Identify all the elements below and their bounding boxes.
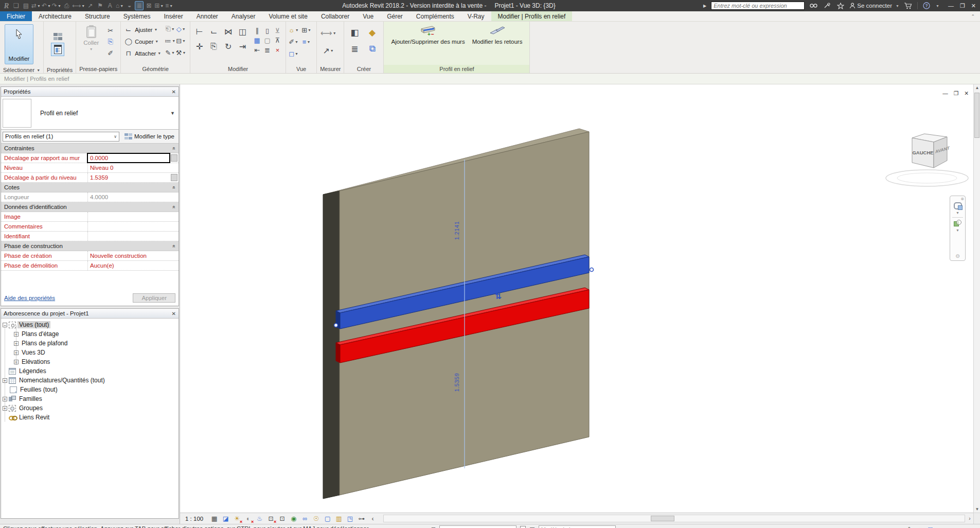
array-icon[interactable]: ▦ [252, 36, 262, 45]
editable-only-checkbox[interactable] [520, 526, 526, 528]
search-expand-icon[interactable]: ▶ [703, 4, 706, 8]
worksets-icon[interactable]: ⊞ [431, 525, 436, 528]
worksharing-display-icon[interactable]: ▥ [334, 514, 343, 523]
edit-type-button[interactable]: Modifier le type [122, 131, 177, 142]
show-crop-region-icon[interactable]: ⊡ [278, 514, 287, 523]
design-options-icon[interactable]: ▣ [529, 525, 534, 528]
ribbon-tab[interactable]: Annoter [190, 11, 225, 21]
ribbon-tab[interactable]: Volume et site [262, 11, 314, 21]
default-3d-view-icon[interactable]: ⌂▼ [115, 1, 124, 10]
property-value[interactable] [87, 222, 170, 231]
legend-component-icon[interactable]: ◧ [347, 25, 362, 40]
tree-expander-icon[interactable] [3, 406, 7, 411]
orientation-lock-icon[interactable]: ◉ [289, 514, 298, 523]
property-value[interactable]: Aucun(e) [87, 261, 170, 270]
chevron-down-icon[interactable]: ▼ [170, 111, 179, 116]
create-parts-icon[interactable]: ⧉ [364, 42, 380, 56]
beam-systems-icon[interactable]: ≔▼ [165, 36, 175, 45]
help-icon[interactable]: ? [922, 2, 931, 10]
associate-parameter-button[interactable] [171, 174, 177, 181]
dimension-upper[interactable]: 1.2141 [454, 221, 460, 240]
dropdown-caret-icon[interactable]: ▼ [154, 28, 157, 31]
edit-profile-icon[interactable]: ✎▼ [165, 48, 175, 57]
open-icon[interactable]: ❏▼ [12, 1, 21, 10]
section-collapse-icon[interactable]: » [171, 147, 177, 150]
match-type-icon[interactable]: ✐ [105, 48, 115, 58]
property-row[interactable]: Contraintes » [1, 144, 179, 153]
chevron-down-icon[interactable]: ▼ [956, 211, 959, 215]
shadows-icon[interactable]: ◐ [244, 514, 253, 523]
sun-path-icon[interactable]: ☀ [233, 514, 241, 523]
sign-in-button[interactable]: Se connecter ▼ [849, 3, 899, 9]
ribbon-tab[interactable]: Compléments [409, 11, 461, 21]
align-icon[interactable]: ⊢ [193, 25, 206, 38]
ribbon-tab[interactable]: Gérer [380, 11, 409, 21]
properties-button[interactable] [47, 24, 68, 64]
navbar-close-icon[interactable]: ⊗ [960, 197, 964, 201]
tree-expander-icon[interactable] [3, 378, 7, 383]
show-related-icon[interactable]: ◇▼ [176, 24, 186, 33]
status-select-box-icon[interactable]: ▭ [939, 525, 944, 528]
tree-item[interactable]: Vues (tout) [1, 320, 179, 329]
minimize-button[interactable]: — [948, 3, 954, 9]
paste-button[interactable]: Coller ▼ [79, 23, 103, 63]
tree-expander-icon[interactable] [14, 341, 19, 346]
cope-icon[interactable]: ⌙ Ajuster ▼ [123, 24, 161, 35]
crop-view-icon[interactable]: ⊡ [266, 514, 275, 523]
multi-align-icon[interactable]: ≣ [262, 45, 272, 55]
section-icon[interactable]: ◒▼ [125, 1, 134, 10]
app-store-cart-icon[interactable] [904, 2, 913, 10]
reveal-hidden-elements-icon[interactable]: ☉ [312, 514, 320, 523]
steering-wheel-icon[interactable] [954, 202, 962, 209]
properties-palette-header[interactable]: Propriétés ✕ [1, 87, 179, 97]
tree-expander-icon[interactable] [14, 332, 19, 337]
property-row[interactable]: Phase de démolition Aucun(e) » [1, 261, 179, 271]
visual-style-icon[interactable]: ◪ [221, 514, 230, 523]
view-restore-button[interactable]: ❐ [954, 90, 958, 96]
status-filter-icon[interactable]: ▽ [928, 525, 932, 528]
split-element-icon[interactable]: ∥ [252, 26, 262, 35]
property-value[interactable] [87, 212, 170, 221]
create-similar-icon[interactable]: ◆ [364, 25, 380, 40]
tree-item[interactable]: Plans de plafond [1, 339, 179, 348]
measure-between-refs-icon[interactable]: ↗▼ [319, 44, 337, 57]
camera-view-icon[interactable]: ⊞▼ [301, 25, 311, 34]
measure-ruler-icon[interactable]: ⟷▼ [319, 26, 337, 40]
property-row[interactable]: Identifiant » [1, 232, 179, 241]
delete-icon[interactable]: × [273, 45, 282, 55]
property-row[interactable]: Données d'identification » [1, 202, 179, 212]
scroll-up-icon[interactable]: ▲ [974, 85, 980, 90]
status-exclude-icon[interactable]: × [919, 525, 922, 528]
help-caret-icon[interactable]: ▼ [936, 4, 939, 8]
ribbon-tab[interactable]: Structure [78, 11, 117, 21]
undo-icon[interactable]: ↶▼ [42, 1, 51, 10]
ribbon-tab[interactable]: Systèmes [117, 11, 157, 21]
modify-button[interactable]: Modifier [5, 24, 33, 64]
unjoin-icon[interactable]: ⊟▼ [176, 36, 186, 45]
zoom-tool-icon[interactable] [954, 220, 961, 227]
modify-returns-button[interactable]: Modifier les retours [472, 24, 523, 45]
temporary-hide-isolate-icon[interactable]: ∞ [300, 514, 309, 523]
property-row[interactable]: Décalage à partir du niveau 1.5359 » [1, 173, 179, 183]
rotate-icon[interactable]: ↻ [222, 40, 235, 52]
mirror-draw-axis-icon[interactable]: ◫ [236, 25, 249, 38]
view-minimize-button[interactable]: — [942, 90, 948, 96]
paste-aligned-icon[interactable]: ⎗▼ [165, 24, 175, 33]
tree-item[interactable]: Familles [1, 394, 179, 403]
vertical-scroll-thumb[interactable] [974, 93, 979, 138]
communication-center-icon[interactable] [823, 2, 831, 10]
sync-with-central-icon[interactable]: ⇄▼ [31, 1, 41, 10]
mirror-pick-axis-icon[interactable]: ⋈ [222, 25, 235, 38]
copy-icon[interactable]: ⎘ [105, 37, 115, 46]
close-inactive-windows-icon[interactable]: ⊠▼ [145, 1, 153, 10]
close-button[interactable]: ✕ [971, 3, 976, 9]
ribbon-tab[interactable]: Modifier | Profils en relief [491, 11, 573, 21]
tree-item[interactable]: Plans d'étage [1, 329, 179, 339]
measure-icon[interactable]: ⟷▼ [72, 1, 85, 10]
status-glasses-icon[interactable]: ∞ [898, 525, 902, 528]
panel-label-select[interactable]: Sélectionner▼ [0, 67, 43, 73]
ribbon-tab[interactable]: Architecture [32, 11, 78, 21]
view-close-button[interactable]: ✕ [964, 90, 969, 96]
associate-parameter-button[interactable] [171, 154, 177, 162]
print-icon[interactable]: ⎙▼ [62, 1, 71, 10]
